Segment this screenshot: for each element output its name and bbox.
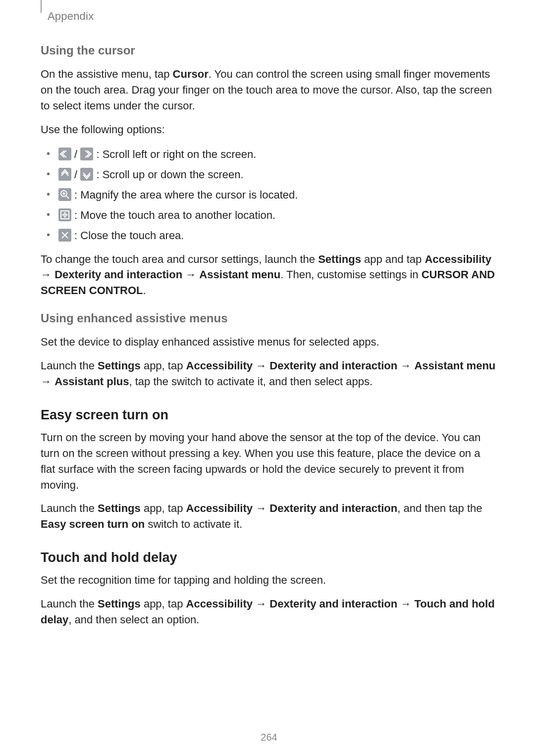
- header-bar: [41, 0, 42, 13]
- bold-assistant-plus: Assistant plus: [54, 375, 129, 388]
- bullet-text: : Scroll left or right on the screen.: [93, 148, 256, 160]
- text: Launch the: [41, 598, 98, 610]
- text: app, tap: [141, 598, 186, 610]
- bold-dexterity: Dexterity and interaction: [54, 268, 182, 281]
- bullet-text: : Close the touch area.: [71, 229, 184, 242]
- scroll-down-icon: [80, 168, 93, 181]
- header-label: Appendix: [48, 10, 94, 23]
- enhanced-para2: Launch the Settings app, tap Accessibili…: [41, 358, 497, 390]
- arrow: →: [253, 502, 269, 514]
- arrow: →: [397, 359, 414, 372]
- easy-para1: Turn on the screen by moving your hand a…: [41, 430, 497, 493]
- svg-line-1: [66, 196, 69, 199]
- text: . Then, customise settings in: [280, 268, 422, 281]
- cursor-bullets: / : Scroll left or right on the screen. …: [41, 146, 497, 245]
- magnify-icon: [58, 188, 71, 201]
- bullet-magnify: : Magnify the area where the cursor is l…: [41, 186, 497, 203]
- bold-dexterity: Dexterity and interaction: [269, 502, 397, 514]
- text: .: [143, 284, 146, 297]
- page-header: Appendix: [41, 10, 497, 23]
- scroll-left-icon: [58, 148, 71, 160]
- bold-settings: Settings: [318, 253, 361, 265]
- bold-easy-screen: Easy screen turn on: [41, 518, 145, 530]
- arrow: →: [253, 598, 269, 610]
- bold-settings: Settings: [98, 502, 141, 514]
- text: , tap the switch to activate it, and the…: [129, 375, 373, 388]
- bullet-text: : Move the touch area to another locatio…: [71, 209, 275, 221]
- text: app and tap: [361, 253, 425, 265]
- bullet-move: : Move the touch area to another locatio…: [41, 206, 497, 224]
- text: To change the touch area and cursor sett…: [41, 253, 318, 265]
- touch-para2: Launch the Settings app, tap Accessibili…: [41, 596, 497, 628]
- text: , and then tap the: [397, 502, 482, 514]
- cursor-para2: Use the following options:: [41, 122, 497, 138]
- close-icon: [58, 229, 71, 242]
- bullet-close: : Close the touch area.: [41, 227, 497, 244]
- text: app, tap: [141, 359, 186, 372]
- arrow: →: [397, 598, 414, 610]
- easy-para2: Launch the Settings app, tap Accessibili…: [41, 501, 497, 532]
- arrow: →: [41, 268, 54, 281]
- bold-dexterity: Dexterity and interaction: [269, 359, 397, 372]
- text: switch to activate it.: [145, 518, 242, 530]
- page-number: 264: [41, 732, 497, 743]
- enhanced-heading: Using enhanced assistive menus: [41, 311, 497, 325]
- arrow: →: [41, 375, 54, 388]
- bullet-text: : Magnify the area where the cursor is l…: [71, 189, 298, 201]
- bold-assistant-menu: Assistant menu: [199, 268, 280, 281]
- bold-accessibility: Accessibility: [186, 598, 253, 610]
- bold-settings: Settings: [98, 598, 141, 610]
- cursor-para3: To change the touch area and cursor sett…: [41, 252, 497, 299]
- arrow: →: [253, 359, 269, 372]
- bold-assistant-menu: Assistant menu: [414, 359, 495, 372]
- text: , and then select an option.: [68, 613, 199, 626]
- text: On the assistive menu, tap: [41, 68, 173, 80]
- text: app, tap: [141, 502, 186, 514]
- bold-accessibility: Accessibility: [186, 502, 253, 514]
- touch-para1: Set the recognition time for tapping and…: [41, 572, 497, 588]
- text: Launch the: [41, 359, 98, 372]
- move-icon: [58, 208, 71, 221]
- bold-settings: Settings: [98, 359, 141, 372]
- scroll-right-icon: [80, 148, 93, 160]
- bullet-scroll-ud: / : Scroll up or down the screen.: [41, 166, 497, 183]
- enhanced-para1: Set the device to display enhanced assis…: [41, 334, 497, 350]
- cursor-para1: On the assistive menu, tap Cursor. You c…: [41, 66, 497, 114]
- bullet-text: : Scroll up or down the screen.: [93, 168, 243, 181]
- separator: /: [71, 148, 80, 160]
- separator: /: [71, 168, 80, 181]
- bold-accessibility: Accessibility: [186, 359, 253, 372]
- bold-accessibility: Accessibility: [425, 253, 491, 265]
- scroll-up-icon: [58, 168, 71, 181]
- easy-heading: Easy screen turn on: [41, 407, 497, 423]
- page: Appendix Using the cursor On the assisti…: [0, 0, 535, 756]
- text: Launch the: [41, 502, 98, 514]
- bold-cursor: Cursor: [173, 68, 209, 80]
- bold-dexterity: Dexterity and interaction: [269, 598, 397, 610]
- touch-heading: Touch and hold delay: [41, 550, 497, 565]
- arrow: →: [182, 268, 199, 281]
- cursor-heading: Using the cursor: [41, 44, 497, 57]
- bullet-scroll-lr: / : Scroll left or right on the screen.: [41, 146, 497, 163]
